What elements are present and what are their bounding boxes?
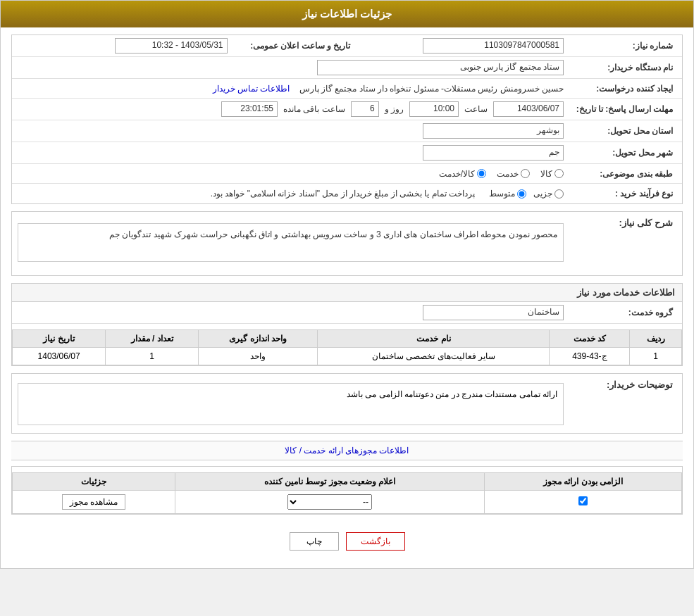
- delivery-city-box: جم: [423, 145, 564, 161]
- category-label: طبقه بندی موضوعی:: [564, 169, 676, 179]
- send-date-label: مهلت ارسال پاسخ: تا تاریخ:: [564, 104, 676, 114]
- services-table: ردیف کد خدمت نام خدمت واحد اندازه گیری ت…: [12, 329, 682, 365]
- need-description-textarea[interactable]: [18, 223, 564, 262]
- services-section-title: اطلاعات خدمات مورد نیاز: [12, 284, 682, 302]
- creator-text: حسین خسرومنش رئیس مستقلات- مسئول تنخواه …: [299, 84, 564, 94]
- col-service-code: کد خدمت: [550, 330, 630, 348]
- permits-table-head: الزامی بودن ارائه مجوز اعلام وضعیت مجوز …: [13, 473, 682, 491]
- page-header: جزئیات اطلاعات نیاز: [1, 1, 693, 27]
- services-section: اطلاعات خدمات مورد نیاز گروه خدمت: ساختم…: [11, 283, 683, 366]
- cell-status: --: [175, 491, 485, 514]
- need-description-row: شرح کلی نیاز:: [12, 212, 682, 275]
- cell-details: مشاهده مجوز: [13, 491, 175, 514]
- process-motavasset-option: متوسط: [489, 189, 526, 199]
- process-jozii-radio[interactable]: [554, 189, 564, 199]
- permits-link-text[interactable]: اطلاعات مجوزهای ارائه خدمت / کالا: [285, 446, 409, 455]
- creator-label: ایجاد کننده درخواست:: [564, 84, 676, 94]
- col-required: الزامی بودن ارائه مجوز: [484, 473, 681, 491]
- buyer-notes-label: توضیحات خریدار:: [564, 379, 676, 390]
- status-select[interactable]: --: [287, 494, 372, 510]
- print-button[interactable]: چاپ: [290, 532, 339, 551]
- need-description-value: [18, 218, 564, 270]
- creator-contact-link[interactable]: اطلاعات تماس خریدار: [213, 84, 290, 94]
- buyer-org-label: نام دستگاه خریدار:: [564, 63, 676, 73]
- creator-row: ایجاد کننده درخواست: حسین خسرومنش رئیس م…: [12, 79, 682, 99]
- category-kala-khedmat-option: کالا/خدمت: [439, 169, 486, 179]
- service-group-label: گروه خدمت:: [564, 308, 676, 318]
- required-checkbox[interactable]: [578, 496, 588, 505]
- table-row: -- مشاهده مجوز: [13, 491, 682, 514]
- process-motavasset-radio[interactable]: [517, 189, 526, 199]
- cell-service-name: سایر فعالیت‌های تخصصی ساختمان: [318, 348, 550, 365]
- delivery-province-row: استان محل تحویل: بوشهر: [12, 120, 682, 142]
- category-kala-radio[interactable]: [554, 169, 564, 178]
- back-button[interactable]: بازگشت: [346, 532, 405, 551]
- permits-section-link[interactable]: اطلاعات مجوزهای ارائه خدمت / کالا: [11, 441, 683, 460]
- permits-table-body: -- مشاهده مجوز: [13, 491, 682, 514]
- col-row-num: ردیف: [630, 330, 682, 348]
- send-date-box: 1403/06/07: [493, 101, 564, 117]
- buyer-notes-row: توضیحات خریدار:: [12, 374, 682, 433]
- category-khedmat-radio[interactable]: [521, 169, 530, 178]
- process-motavasset-label: متوسط: [489, 189, 515, 199]
- send-remaining-box: 23:01:55: [221, 101, 278, 117]
- delivery-province-value: بوشهر: [18, 123, 564, 139]
- send-remaining-label: ساعت باقی مانده: [283, 104, 345, 114]
- category-khedmat-label: خدمت: [497, 169, 519, 179]
- delivery-province-label: استان محل تحویل:: [564, 126, 676, 136]
- buyer-org-value: ستاد مجتمع گاز پارس جنوبی: [18, 60, 564, 75]
- col-date: تاریخ نیاز: [13, 330, 106, 348]
- page-wrapper: جزئیات اطلاعات نیاز شماره نیاز: 11030978…: [0, 0, 694, 569]
- need-number-box: 1103097847000581: [423, 38, 564, 54]
- col-status: اعلام وضعیت مجوز توسط نامین کننده: [175, 473, 485, 491]
- buyer-org-row: نام دستگاه خریدار: ستاد مجتمع گاز پارس ج…: [12, 57, 682, 79]
- send-time-box: 10:00: [409, 101, 459, 117]
- category-kala-khedmat-radio[interactable]: [477, 169, 486, 178]
- table-row: 1 ج-43-439 سایر فعالیت‌های تخصصی ساختمان…: [13, 348, 682, 365]
- col-unit: واحد اندازه گیری: [199, 330, 318, 348]
- need-number-label: شماره نیاز:: [564, 41, 676, 51]
- view-permit-button[interactable]: مشاهده مجوز: [62, 494, 125, 510]
- permits-section: الزامی بودن ارائه مجوز اعلام وضعیت مجوز …: [11, 466, 683, 515]
- announce-datetime-box: 1403/05/31 - 10:32: [115, 38, 228, 54]
- category-kala-label: کالا: [540, 169, 552, 179]
- process-jozii-label: جزیی: [533, 189, 552, 199]
- category-options: کالا خدمت کالا/خدمت: [18, 169, 564, 179]
- announce-datetime-label: تاریخ و ساعت اعلان عمومی:: [228, 41, 354, 51]
- services-table-head: ردیف کد خدمت نام خدمت واحد اندازه گیری ت…: [13, 330, 682, 348]
- buyer-org-box: ستاد مجتمع گاز پارس جنوبی: [317, 60, 564, 75]
- service-group-row: گروه خدمت: ساختمان: [12, 302, 682, 324]
- delivery-province-box: بوشهر: [423, 123, 564, 139]
- services-table-header-row: ردیف کد خدمت نام خدمت واحد اندازه گیری ت…: [13, 330, 682, 348]
- cell-date: 1403/06/07: [13, 348, 106, 365]
- cell-quantity: 1: [106, 348, 199, 365]
- send-date-value: 1403/06/07 ساعت 10:00 روز و 6 ساعت باقی …: [18, 101, 564, 117]
- category-kala-khedmat-label: کالا/خدمت: [439, 169, 475, 179]
- process-row: نوع فرآیند خرید : جزیی متوسط پرداخت تمام…: [12, 184, 682, 203]
- permits-header-row: الزامی بودن ارائه مجوز اعلام وضعیت مجوز …: [13, 473, 682, 491]
- cell-required: [484, 491, 681, 514]
- footer-buttons: بازگشت چاپ: [11, 522, 683, 561]
- category-khedmat-option: خدمت: [497, 169, 530, 179]
- service-group-value: ساختمان: [18, 305, 564, 320]
- process-jozii-option: جزیی: [533, 189, 564, 199]
- need-description-section: شرح کلی نیاز:: [11, 211, 683, 276]
- delivery-city-value: جم: [18, 145, 564, 161]
- process-label: نوع فرآیند خرید :: [564, 189, 676, 199]
- col-quantity: تعداد / مقدار: [106, 330, 199, 348]
- col-service-name: نام خدمت: [318, 330, 550, 348]
- buyer-notes-section: توضیحات خریدار:: [11, 373, 683, 434]
- buyer-notes-value: [18, 379, 564, 427]
- category-row: طبقه بندی موضوعی: کالا خدمت کالا/خدمت: [12, 164, 682, 184]
- content-area: شماره نیاز: 1103097847000581 تاریخ و ساع…: [1, 27, 693, 568]
- services-table-body: 1 ج-43-439 سایر فعالیت‌های تخصصی ساختمان…: [13, 348, 682, 365]
- announce-datetime-value: 1403/05/31 - 10:32: [18, 38, 228, 54]
- process-options: جزیی متوسط پرداخت تمام یا بخشی از مبلغ خ…: [18, 189, 564, 199]
- send-days-box: 6: [351, 101, 379, 117]
- category-kala-option: کالا: [540, 169, 564, 179]
- cell-row-num: 1: [630, 348, 682, 365]
- buyer-notes-textarea[interactable]: [18, 383, 564, 425]
- cell-unit: واحد: [199, 348, 318, 365]
- send-days-label: روز و: [385, 104, 404, 114]
- service-group-box: ساختمان: [423, 305, 564, 320]
